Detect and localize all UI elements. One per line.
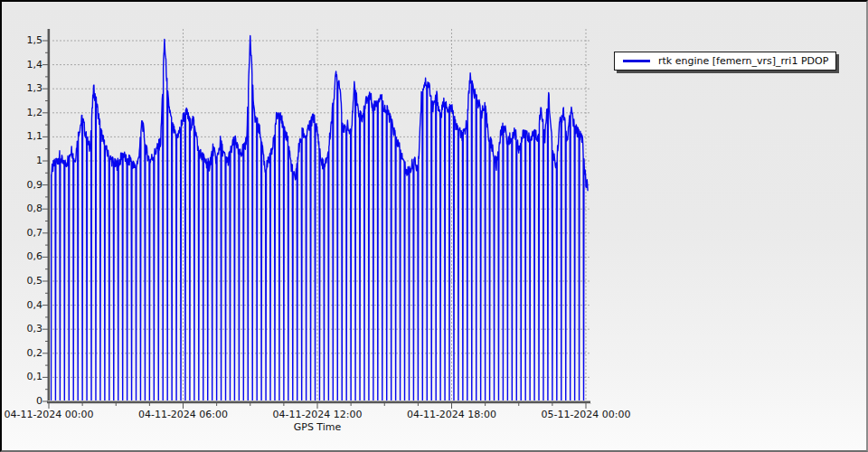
y-tick-label: 1 — [36, 155, 42, 166]
chart-window: 00,10,20,30,40,50,60,70,80,911,11,21,31,… — [0, 0, 868, 452]
y-tick-label: 0,5 — [27, 275, 43, 287]
x-tick-label: 05-11-2024 00:00 — [532, 409, 640, 420]
y-tick-label: 1,4 — [27, 59, 43, 71]
y-tick-label: 0,9 — [27, 179, 43, 191]
x-axis-title: GPS Time — [263, 421, 372, 433]
x-tick-label: 04-11-2024 12:00 — [263, 409, 372, 420]
y-tick-label: 1,2 — [27, 107, 43, 118]
legend-box[interactable]: rtk engine [femern_vrs]_rri1 PDOP — [614, 52, 836, 71]
y-tick-label: 0,3 — [27, 323, 43, 334]
x-tick-label: 04-11-2024 06:00 — [129, 409, 238, 420]
y-tick-label: 0,1 — [27, 371, 43, 382]
y-tick-label: 1,3 — [27, 82, 43, 94]
x-tick-label: 04-11-2024 00:00 — [0, 409, 103, 420]
pdop-line — [49, 35, 588, 401]
y-tick-label: 0,2 — [27, 347, 43, 359]
y-tick-label: 0 — [36, 395, 42, 407]
legend-series-label: rtk engine [femern_vrs]_rri1 PDOP — [658, 55, 828, 67]
y-tick-label: 0,8 — [27, 202, 43, 214]
y-tick-label: 1,5 — [27, 34, 43, 46]
y-tick-label: 0,7 — [27, 227, 43, 239]
y-tick-label: 1,1 — [27, 130, 43, 142]
x-tick-label: 04-11-2024 18:00 — [398, 409, 506, 420]
y-tick-label: 0,6 — [27, 250, 43, 262]
legend-line-sample-icon — [623, 60, 650, 62]
y-tick-label: 0,4 — [27, 299, 43, 311]
